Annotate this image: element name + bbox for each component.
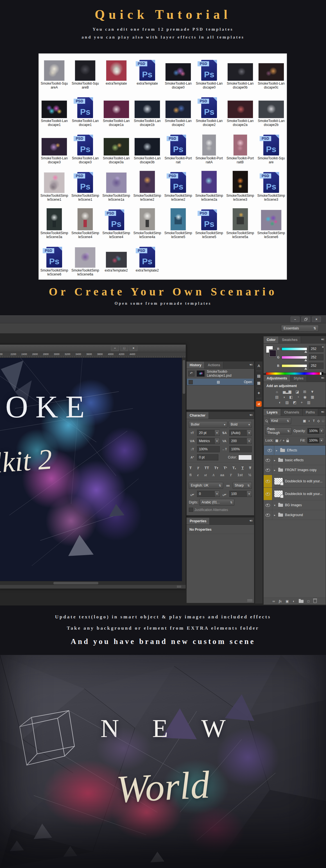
file-item[interactable]: SmokeToolkit-Landscape3b (132, 128, 163, 166)
canvas-horizontal-scrollbar[interactable] (0, 581, 182, 585)
channel-value-field[interactable]: 252 (309, 363, 323, 369)
paragraph-panel-icon[interactable]: ▤ (257, 374, 261, 378)
leading-combo[interactable]: (Auto)▾ (229, 430, 252, 436)
tab-paths[interactable]: Paths (303, 409, 318, 416)
pixel-filter-icon[interactable]: ▣ (303, 419, 306, 423)
eye-icon[interactable] (266, 459, 270, 462)
tab-color[interactable]: Color (264, 337, 279, 343)
panel-menu-icon[interactable]: ▾≡ (321, 410, 324, 414)
file-item[interactable]: PSDPsSmokeToolkit-Landscape0 (194, 54, 225, 91)
kashida-combo[interactable]: 0▾ (197, 491, 220, 497)
color-lookup-icon[interactable]: ▦ (311, 395, 314, 399)
link-layers-icon[interactable]: ∞ (272, 599, 275, 603)
file-item[interactable]: PSDPsSmokeToolkitSimpleScene2 (163, 166, 194, 203)
oldstyle-button[interactable]: aa (220, 473, 224, 477)
minimize-button[interactable]: – (291, 316, 300, 322)
strikethrough-button[interactable]: T (249, 466, 251, 470)
font-style-select[interactable]: Bold▾ (229, 421, 252, 428)
file-item[interactable]: extraTemplate2 (101, 241, 132, 278)
expand-arrow-icon[interactable]: ▸ (274, 459, 276, 462)
character-styles-panel-icon[interactable]: A (257, 364, 260, 368)
tab-swatches[interactable]: Swatches (279, 337, 301, 343)
panel-menu-icon[interactable]: ▾≡ (250, 519, 252, 523)
black-white-icon[interactable]: ◧ (289, 395, 293, 399)
panel-menu-icon[interactable]: ▾≡ (321, 338, 324, 341)
layer-row[interactable]: Doubleclick to edit your... (264, 488, 326, 500)
ordinals-button[interactable]: 1st (237, 473, 243, 477)
file-item[interactable]: PSDPsSmokeToolkitSimpleScene5 (194, 203, 225, 241)
language-select[interactable]: English: UK⇅ (189, 482, 223, 489)
layer-row-body[interactable]: ▾BG Images (272, 503, 326, 507)
slider-thumb-icon[interactable] (304, 367, 307, 370)
ligatures-button[interactable]: fi (189, 473, 192, 477)
levels-icon[interactable]: ▅▂▆ (283, 390, 291, 394)
posterize-icon[interactable]: ▨ (285, 400, 289, 404)
layer-row-body[interactable]: ▸Effects (274, 448, 324, 452)
file-item[interactable]: SmokeToolkit-PortraitA (194, 128, 225, 166)
file-item[interactable]: SmokeToolkit-Landscape2 (163, 91, 194, 128)
fill-field[interactable]: 100%▾ (307, 438, 324, 443)
eye-icon[interactable] (266, 493, 270, 496)
tab-properties[interactable]: Properties (187, 518, 210, 525)
photo-filter-icon[interactable]: ◔ (297, 395, 299, 399)
history-source-icon[interactable]: ↶ (188, 371, 194, 376)
gradient-map-icon[interactable]: ▥ (307, 400, 310, 404)
expand-arrow-icon[interactable]: ▸ (274, 514, 276, 517)
file-item[interactable]: SmokeToolkit-Landscape0b (225, 54, 256, 91)
all-caps-button[interactable]: TT (205, 466, 209, 470)
file-item[interactable]: SmokeToolkitSimpleScene4a (132, 203, 163, 241)
file-item[interactable]: PSDPsextraTemplate2 (132, 241, 163, 278)
tab-layers[interactable]: Layers (264, 409, 281, 416)
baseline-shift-field[interactable]: 0 pt (197, 454, 218, 460)
tab-history[interactable]: History (187, 362, 205, 369)
panel-resize-grip[interactable] (247, 599, 252, 602)
smart-filter-icon[interactable]: □ (322, 419, 324, 423)
horizontal-scale-field[interactable]: 100% (229, 446, 252, 452)
file-item[interactable]: extraTemplate (101, 54, 132, 91)
filter-kind-select[interactable]: Kind⇅ (269, 417, 291, 424)
new-layer-icon[interactable]: □ (307, 599, 309, 603)
vibrance-icon[interactable]: ▼ (311, 390, 314, 394)
vertical-scale-field[interactable]: 100% (197, 446, 220, 452)
eye-icon[interactable] (266, 480, 270, 483)
tracking-combo[interactable]: 200▾ (229, 438, 252, 444)
file-item[interactable]: PSDPsSmokeToolkitSimpleScene6 (39, 241, 70, 278)
eye-icon[interactable] (266, 504, 270, 507)
new-group-icon[interactable] (299, 600, 303, 603)
stock-plugin-icon[interactable]: st (256, 401, 262, 407)
justification-alternates-checkbox[interactable] (189, 508, 193, 512)
layer-row[interactable]: ▸Background (264, 510, 326, 520)
file-item[interactable]: SmokeToolkit-PortraitB (225, 128, 256, 166)
channel-value-field[interactable]: 252 (309, 354, 323, 360)
file-item[interactable]: SmokeToolkit-SquareA (39, 54, 70, 91)
channel-mixer-icon[interactable]: ◉ (303, 395, 306, 399)
file-item[interactable]: SmokeToolkit-Landscape3 (39, 128, 70, 166)
file-item[interactable]: SmokeToolkitSimpleScene1 (39, 166, 70, 203)
font-size-combo[interactable]: 20 pt▾ (197, 430, 220, 436)
foreground-background-swatches[interactable] (266, 346, 275, 357)
channel-slider[interactable] (282, 356, 307, 359)
ornaments-button[interactable]: e (197, 473, 199, 477)
file-item[interactable]: PSDPsSmokeToolkit-Square (256, 128, 287, 166)
expand-arrow-icon[interactable]: ▸ (274, 469, 276, 472)
faux-bold-button[interactable]: T (189, 466, 192, 470)
brightness-contrast-icon[interactable]: ☼ (275, 390, 279, 394)
small-caps-button[interactable]: Tᴛ (215, 466, 218, 470)
layer-row-body[interactable]: ▸Background (272, 513, 326, 517)
history-checkbox[interactable] (189, 380, 193, 384)
visibility-cell[interactable] (264, 488, 272, 500)
font-family-select[interactable]: Butler▾ (189, 421, 227, 428)
background-swatch[interactable] (269, 350, 276, 357)
file-item[interactable]: SmokeToolkitSimpleScene3a (39, 203, 70, 241)
file-item[interactable]: SmokeToolkit-Landscape2a (225, 91, 256, 128)
file-item[interactable]: SmokeToolkit-Landscape0c (256, 54, 287, 91)
canvas[interactable]: OKE lkit 2 (0, 358, 186, 585)
tools-panel-icon[interactable]: ✦ (257, 391, 261, 395)
slider-thumb-icon[interactable] (304, 350, 307, 353)
layer-row-body[interactable]: Doubleclick to edit your... (272, 477, 326, 485)
digits-select[interactable]: Arabic (01...⇅ (199, 499, 234, 506)
layer-row[interactable]: ▸FRONT Images copy (264, 465, 326, 475)
visibility-cell[interactable] (264, 500, 272, 510)
canvas-vertical-scrollbar[interactable] (182, 358, 186, 585)
doc-close-button[interactable]: × (130, 346, 137, 351)
